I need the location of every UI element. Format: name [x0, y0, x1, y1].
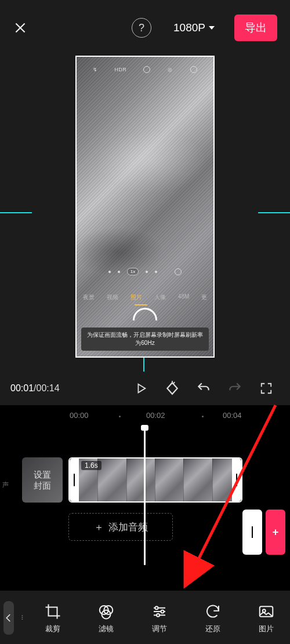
clip-duration-chip: 1.6s — [81, 461, 102, 470]
keyframe-button[interactable] — [159, 377, 186, 400]
mode-underline — [135, 304, 147, 305]
selected-clip[interactable]: 1.6s — [68, 457, 242, 503]
flash-icon: ↯ — [93, 67, 98, 72]
filter-icon: ◎ — [166, 66, 173, 73]
resolution-label: 1080P — [173, 21, 205, 34]
settings-icon — [190, 66, 197, 73]
undo-button[interactable] — [190, 377, 217, 400]
play-button[interactable] — [128, 377, 154, 400]
crop-tool[interactable]: 裁剪 — [28, 603, 78, 633]
svg-point-7 — [157, 614, 160, 617]
toast-message: 为保证画面流畅，开启屏幕录制时屏幕刷新率 为60Hz — [81, 328, 209, 351]
clip-handle-end[interactable] — [242, 510, 262, 555]
ruler-tick — [119, 416, 121, 417]
ruler-tick — [202, 416, 204, 417]
svg-point-5 — [155, 606, 158, 609]
svg-rect-0 — [252, 526, 253, 538]
time-display: 00:01/00:14 — [10, 383, 60, 394]
guide-left — [0, 212, 32, 213]
playbar: 00:01/00:14 — [0, 372, 290, 405]
camera-mode-row: 夜景 视频 照片 人像 48M 更 — [77, 293, 213, 301]
adjust-tool[interactable]: 调节 — [135, 603, 184, 633]
plus-icon: ＋ — [94, 521, 104, 534]
preview-stage[interactable]: ↯ HDR ◎ 1x 夜景 视频 照片 人像 48M 更 — [0, 56, 290, 372]
clip-frame — [98, 459, 126, 501]
help-icon[interactable]: ? — [132, 18, 151, 38]
toolbar-back-button[interactable] — [3, 601, 14, 635]
clip-frame — [155, 459, 184, 501]
close-button[interactable] — [13, 20, 28, 35]
timer-icon — [143, 66, 150, 73]
header: ? 1080P 导出 — [0, 0, 290, 56]
guide-right — [258, 212, 290, 213]
resolution-select[interactable]: 1080P — [165, 17, 223, 39]
svg-point-6 — [161, 610, 164, 613]
playhead[interactable] — [144, 426, 146, 565]
set-cover-button[interactable]: 设置封面 — [22, 457, 63, 503]
hdr-label: HDR — [114, 67, 126, 72]
preview-canvas: ↯ HDR ◎ 1x 夜景 视频 照片 人像 48M 更 — [75, 56, 215, 358]
restore-tool[interactable]: 还原 — [188, 603, 238, 633]
clip-handle-right[interactable] — [232, 459, 241, 501]
timeline[interactable]: 00:00 00:02 00:04 声 设置封面 1.6s — [0, 405, 290, 591]
camera-top-icons: ↯ HDR ◎ — [77, 57, 213, 82]
add-audio-button[interactable]: ＋ 添加音频 — [68, 513, 173, 541]
clip-frame — [184, 459, 212, 501]
edit-toolbar: ⠇ 裁剪 滤镜 调节 还原 图片 — [0, 592, 290, 644]
export-button[interactable]: 导出 — [234, 14, 277, 41]
image-tool[interactable]: 图片 — [241, 603, 290, 633]
add-clip-button[interactable]: + — [266, 510, 285, 555]
clip-frame — [127, 459, 155, 501]
filter-tool[interactable]: 滤镜 — [81, 603, 131, 633]
time-ruler: 00:00 00:02 00:04 — [0, 411, 290, 420]
zoom-chip: 1x — [127, 268, 139, 275]
lens-icon — [175, 268, 182, 275]
fullscreen-button[interactable] — [253, 377, 280, 400]
redo-button[interactable] — [222, 377, 248, 400]
toolbar-indicator: ⠇ — [21, 614, 24, 622]
clip-handle-left[interactable] — [70, 459, 79, 501]
chevron-down-icon — [209, 26, 215, 30]
zoom-row: 1x — [77, 268, 213, 275]
